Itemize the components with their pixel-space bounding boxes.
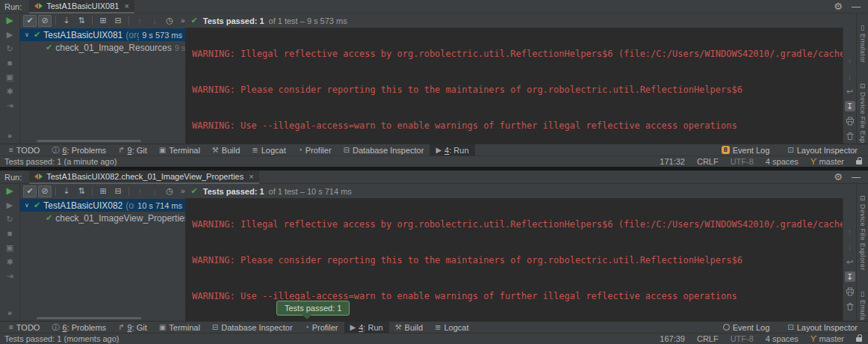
rerun-button[interactable]: ▶ bbox=[6, 186, 13, 195]
toolbar-more-icon[interactable]: » bbox=[181, 16, 185, 25]
show-ignored-button[interactable]: ⊘ bbox=[38, 185, 52, 197]
more-options-icon[interactable]: » bbox=[7, 132, 12, 141]
clear-console-icon[interactable] bbox=[845, 301, 855, 312]
rerun-failed-tests-button[interactable]: ▶ bbox=[7, 200, 13, 209]
chevron-down-icon[interactable]: ∨ bbox=[25, 202, 31, 209]
previous-failed-test-button[interactable]: ↑ bbox=[133, 185, 146, 197]
gear-icon[interactable]: ⚙ bbox=[834, 171, 843, 182]
caret-position[interactable]: 167:39 bbox=[660, 334, 685, 343]
scroll-up-icon[interactable]: ↑ bbox=[845, 227, 855, 237]
tool-button-build[interactable]: ⚒Build bbox=[206, 144, 246, 156]
chevron-down-icon[interactable]: ∨ bbox=[25, 31, 31, 38]
tool-button-terminal[interactable]: ▣Terminal bbox=[153, 322, 206, 334]
tool-button-database-inspector[interactable]: ⊟Database Inspector bbox=[206, 322, 299, 334]
tool-button-todo[interactable]: ≡TODO bbox=[3, 144, 46, 156]
tool-button-database-inspector[interactable]: ⊟Database Inspector bbox=[338, 144, 430, 156]
gear-icon[interactable]: ⚙ bbox=[834, 1, 843, 12]
tool-button-run[interactable]: ▶4: Run bbox=[430, 144, 474, 156]
soft-wrap-icon[interactable]: ↩ bbox=[845, 257, 855, 267]
run-tab[interactable]: TestA1BasicUIX081 × bbox=[29, 0, 134, 13]
tool-button-logcat[interactable]: ≣Logcat bbox=[246, 144, 291, 156]
git-branch-widget[interactable]: ϒmaster bbox=[810, 334, 844, 343]
run-tab[interactable]: TestA1BasicUIX082.check_01_ImageView_Pro… bbox=[29, 171, 258, 184]
tool-button-profiler[interactable]: ◔Profiler bbox=[292, 144, 338, 156]
close-icon[interactable]: × bbox=[249, 172, 253, 181]
test-tree-root-row[interactable]: ∨ ✔ TestA1BasicUIX082 (org.aplas.basica … bbox=[20, 199, 185, 212]
expand-all-button[interactable]: ⊞ bbox=[96, 185, 110, 197]
show-ignored-button[interactable]: ⊘ bbox=[38, 15, 52, 27]
collapse-all-button[interactable]: ⊟ bbox=[111, 15, 125, 27]
toggle-auto-test-button[interactable]: ↻ bbox=[6, 44, 13, 53]
tool-strip-emulator[interactable]: ▯ Emulator bbox=[859, 24, 867, 63]
line-ending[interactable]: CRLF bbox=[697, 334, 719, 343]
collapse-all-button[interactable]: ⊟ bbox=[111, 185, 125, 197]
minimize-icon[interactable]: — bbox=[852, 172, 861, 182]
tool-button-profiler[interactable]: ◔Profiler bbox=[299, 322, 344, 334]
print-icon[interactable] bbox=[845, 286, 855, 297]
test-history-button[interactable]: ◷ bbox=[163, 15, 176, 27]
scroll-down-icon[interactable]: ↓ bbox=[845, 71, 855, 82]
test-tree-child-row[interactable]: ✔ check_01_ImageView_Properties 10 s 714… bbox=[20, 212, 185, 224]
layout-inspector-button[interactable]: ⊡Layout Inspector bbox=[786, 144, 859, 156]
sort-alphabetically-button[interactable]: ⇣ bbox=[60, 185, 73, 197]
sort-alphabetically-button[interactable]: ⇣ bbox=[60, 15, 73, 27]
write-access-lock-icon[interactable] bbox=[856, 160, 862, 165]
tool-button-run[interactable]: ▶4: Run bbox=[344, 322, 389, 334]
rerun-button[interactable]: ▶ bbox=[6, 16, 13, 25]
test-history-button[interactable]: ◷ bbox=[163, 185, 176, 197]
tree-horizontal-scrollbar[interactable] bbox=[37, 317, 141, 319]
show-passed-button[interactable]: ✔ bbox=[23, 185, 37, 197]
sort-by-duration-button[interactable]: ⇅ bbox=[75, 185, 88, 197]
tool-button-logcat[interactable]: ≣Logcat bbox=[429, 322, 474, 334]
import-tests-button[interactable]: ⇥ bbox=[6, 101, 13, 110]
tool-button-git[interactable]: ↱9: Git bbox=[112, 144, 153, 156]
git-branch-widget[interactable]: ϒmaster bbox=[810, 157, 844, 166]
tool-button-git[interactable]: ↱9: Git bbox=[112, 322, 153, 334]
screenshot-button[interactable]: ▣ bbox=[6, 243, 13, 252]
sort-by-duration-button[interactable]: ⇅ bbox=[75, 15, 88, 27]
expand-all-button[interactable]: ⊞ bbox=[96, 15, 110, 27]
scroll-down-icon[interactable]: ↓ bbox=[845, 242, 855, 252]
next-failed-test-button[interactable]: ↓ bbox=[148, 15, 161, 27]
file-encoding[interactable]: UTF-8 bbox=[731, 334, 754, 343]
test-tree-root-row[interactable]: ∨ ✔ TestA1BasicUIX081 (org.aplas.basica … bbox=[20, 28, 185, 41]
indent-setting[interactable]: 4 spaces bbox=[766, 157, 799, 166]
import-tests-button[interactable]: ⇥ bbox=[6, 271, 13, 280]
line-ending[interactable]: CRLF bbox=[697, 157, 719, 166]
tool-strip-device-file-explorer[interactable]: ⊡ Device File Explorer bbox=[859, 194, 867, 271]
tree-horizontal-scrollbar[interactable] bbox=[37, 140, 141, 142]
restore-layout-button[interactable]: ✱ bbox=[6, 87, 13, 96]
tool-button-todo[interactable]: ≡TODO bbox=[3, 322, 46, 334]
stop-button[interactable]: ■ bbox=[7, 229, 13, 238]
tool-button-terminal[interactable]: ▣Terminal bbox=[153, 144, 206, 156]
write-access-lock-icon[interactable] bbox=[856, 337, 862, 342]
print-icon[interactable] bbox=[845, 116, 855, 126]
event-log-button[interactable]: 8Event Log bbox=[720, 144, 772, 156]
toolbar-more-icon[interactable]: » bbox=[181, 187, 185, 195]
previous-failed-test-button[interactable]: ↑ bbox=[133, 15, 146, 27]
layout-inspector-button[interactable]: ⊡Layout Inspector bbox=[786, 322, 859, 334]
next-failed-test-button[interactable]: ↓ bbox=[148, 185, 161, 197]
tool-button-problems[interactable]: ⓘ6: Problems bbox=[46, 322, 112, 334]
rerun-failed-tests-button[interactable]: ▶ bbox=[7, 30, 13, 39]
tool-button-build[interactable]: ⚒Build bbox=[389, 322, 429, 334]
file-encoding[interactable]: UTF-8 bbox=[731, 157, 754, 166]
tool-button-problems[interactable]: ⓘ6: Problems bbox=[46, 144, 112, 156]
toggle-auto-test-button[interactable]: ↻ bbox=[6, 215, 13, 224]
screenshot-button[interactable]: ▣ bbox=[6, 73, 13, 82]
more-options-icon[interactable]: » bbox=[7, 309, 12, 318]
caret-position[interactable]: 171:32 bbox=[660, 157, 685, 166]
indent-setting[interactable]: 4 spaces bbox=[766, 334, 799, 343]
event-log-button[interactable]: Event Log bbox=[722, 322, 772, 334]
show-passed-button[interactable]: ✔ bbox=[23, 15, 37, 27]
clear-console-icon[interactable] bbox=[845, 131, 855, 141]
test-tree-child-row[interactable]: ✔ check_01_Image_Resources 9 s 573 ms bbox=[20, 41, 185, 54]
scroll-to-end-icon[interactable]: ↧ bbox=[845, 271, 855, 282]
scroll-to-end-icon[interactable]: ↧ bbox=[845, 101, 855, 111]
stop-button[interactable]: ■ bbox=[7, 58, 13, 67]
restore-layout-button[interactable]: ✱ bbox=[6, 257, 13, 266]
scroll-up-icon[interactable]: ↑ bbox=[845, 56, 855, 67]
close-icon[interactable]: × bbox=[124, 1, 128, 10]
minimize-icon[interactable]: — bbox=[852, 1, 861, 12]
soft-wrap-icon[interactable]: ↩ bbox=[845, 86, 855, 96]
